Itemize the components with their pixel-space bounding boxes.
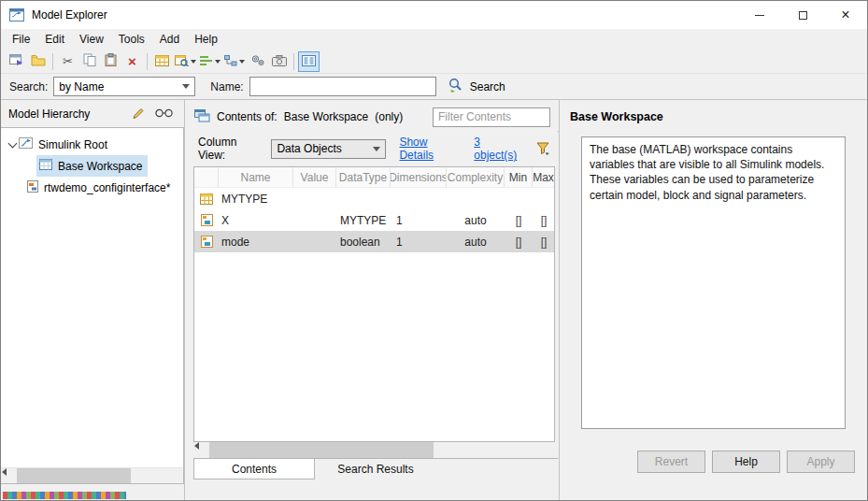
table-search-icon [175,53,189,70]
search-bar: Search: by Name Name: Search [1,74,867,100]
scroll-right-button[interactable] [539,442,555,457]
search-label: Search: [9,80,48,93]
gears-icon [250,53,265,70]
simulink-root-icon [19,137,33,151]
folder-icon [31,53,46,70]
cell-min: [] [505,214,533,227]
sidebar-item-rtwdemo-configinterface[interactable]: rtwdemo_configinterface* [1,177,183,198]
contents-panel: Contents of: Base Workspace (only) Colum… [189,100,558,500]
tree-view-button[interactable] [222,51,247,72]
tab-contents[interactable]: Contents [193,459,315,480]
tree-item-label: Base Workspace [58,160,143,173]
column-view-icon [302,53,316,70]
column-view-dropdown[interactable]: Data Objects [271,139,386,159]
search-magnifier-icon [448,78,463,95]
scroll-left-button[interactable] [1,468,17,483]
contents-header: Contents of: Base Workspace (only) [194,105,550,129]
model-explorer-window: Model Explorer × File Edit View Tools Ad… [0,0,868,501]
column-header-max[interactable]: Max [533,167,555,187]
main-area: Model Hierarchy Simulink Root [1,100,867,500]
edit-pencil-icon[interactable] [132,107,145,122]
search-button[interactable]: Search [448,78,505,95]
scroll-right-button[interactable] [167,468,183,483]
menu-tools[interactable]: Tools [111,29,152,50]
column-header-value[interactable]: Value [293,167,336,187]
tab-search-results[interactable]: Search Results [315,459,436,480]
column-header-complexity[interactable]: Complexity [447,167,505,187]
cell-max: [] [533,214,555,227]
menu-help[interactable]: Help [187,29,225,50]
contents-tabs: Contents Search Results [193,458,558,480]
table-row[interactable]: X MYTYPE 1 auto [] [] [194,209,554,231]
scissors-icon: ✂ [63,55,73,67]
hierarchy-horizontal-scrollbar[interactable] [1,467,183,483]
menubar: File Edit View Tools Add Help [1,29,867,50]
paste-button[interactable] [100,51,121,72]
copy-button[interactable] [78,51,100,72]
toolbar-separator [147,53,148,70]
scroll-left-button[interactable] [193,442,209,457]
minimize-button[interactable] [738,1,781,29]
cut-button[interactable]: ✂ [57,51,78,72]
scrollbar-track[interactable] [17,468,167,483]
menu-view[interactable]: View [72,29,111,50]
camera-icon [272,53,287,70]
table-row[interactable]: MYTYPE [194,188,554,209]
cell-datatype: boolean [336,236,391,249]
object-count-link[interactable]: 3 object(s) [474,136,523,162]
table-search-button[interactable] [173,51,198,72]
settings-button[interactable] [247,51,268,72]
tree-item-label: Simulink Root [38,138,107,151]
cell-dimensions: 1 [391,236,447,249]
new-model-icon [9,53,23,70]
open-button[interactable] [27,51,49,72]
menu-add[interactable]: Add [152,29,187,50]
delete-button[interactable]: × [121,51,143,72]
column-view-row: Column View: Data Objects Show Details 3… [198,138,550,159]
name-input[interactable] [249,77,436,96]
model-hierarchy-panel: Model Hierarchy Simulink Root [1,100,185,500]
help-button[interactable]: Help [712,451,780,473]
column-header-name[interactable]: Name [219,167,293,187]
column-view-label: Column View: [198,136,263,162]
add-table-button[interactable] [151,51,173,72]
titlebar: Model Explorer × [1,1,867,29]
data-type-grid-icon [194,193,219,205]
arrow-left-icon [0,468,7,476]
column-header-min[interactable]: Min [505,167,533,187]
sort-view-button[interactable] [198,51,222,72]
cell-datatype: MYTYPE [336,214,391,227]
filter-button[interactable] [536,142,550,155]
apply-button[interactable]: Apply [787,451,855,473]
close-button[interactable]: × [824,1,867,29]
column-view-button[interactable] [298,51,320,72]
menu-file[interactable]: File [5,29,37,50]
contents-target: Base Workspace [284,110,369,123]
toolbar-separator [52,53,53,70]
table-row[interactable]: mode boolean 1 auto [] [] [194,231,554,252]
window-title: Model Explorer [32,8,107,21]
sidebar-item-base-workspace[interactable]: Base Workspace [1,155,183,177]
column-header-datatype[interactable]: DataType [336,167,391,187]
hierarchy-tools [132,107,184,122]
scrollbar-thumb[interactable] [17,468,131,483]
column-header-dimensions[interactable]: Dimensions [391,167,447,187]
sort-lines-icon [200,53,213,70]
chevron-down-icon [373,147,380,155]
chevron-down-icon [215,60,221,66]
filter-contents-input[interactable] [433,107,550,127]
column-header-icon [194,167,219,187]
scrollbar-thumb[interactable] [209,442,434,458]
snapshot-button[interactable] [268,51,290,72]
maximize-button[interactable] [781,1,824,29]
contents-horizontal-scrollbar[interactable] [193,442,555,458]
sidebar-item-simulink-root[interactable]: Simulink Root [1,134,183,155]
glitch-artifact [3,492,126,499]
scrollbar-track[interactable] [209,442,539,458]
show-details-link[interactable]: Show Details [399,136,461,162]
new-model-button[interactable] [6,51,27,72]
view-glasses-icon[interactable] [155,107,173,121]
revert-button[interactable]: Revert [637,451,705,473]
menu-edit[interactable]: Edit [37,29,72,50]
search-mode-dropdown[interactable]: by Name [53,77,195,96]
